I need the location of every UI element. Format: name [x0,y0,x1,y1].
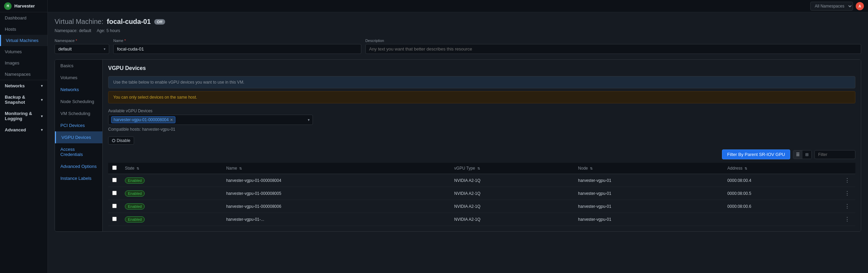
sort-icon: ⇅ [239,167,242,170]
left-nav-item-access-credentials[interactable]: Access Credentials [55,143,102,160]
left-nav-item-networks[interactable]: Networks [55,84,102,96]
actions-column-header [839,163,855,174]
page-title-prefix: Virtual Machine: [55,18,103,26]
name-label: Name * [113,39,361,43]
page-title-name: focal-cuda-01 [107,18,151,26]
namespace-label: Namespace * [55,39,109,43]
row-actions: ⋮ [839,174,855,187]
page-meta: Namespace: default Age: 5 hours [55,28,861,33]
row-vgpu-type: NVIDIA A2-1Q [450,187,574,200]
description-field: Description [365,39,861,54]
state-column-header[interactable]: State ⇅ [121,163,222,174]
row-state: Enabled [121,213,222,226]
row-state: Enabled [121,174,222,187]
sidebar-item-volumes[interactable]: Volumes [0,46,47,57]
vgpu-device-dropdown[interactable]: harvester-vgpu-01-000008004 ✕ ▾ [108,115,313,125]
dropdown-arrow-icon: ▾ [308,118,310,122]
sidebar-item-namespaces[interactable]: Namespaces [0,69,47,80]
table-row: Enabled harvester-vgpu-01-... NVIDIA A2-… [108,213,855,226]
name-column-header[interactable]: Name ⇅ [222,163,450,174]
select-all-checkbox[interactable] [112,166,117,170]
app-name: Harvester [14,3,35,9]
row-state: Enabled [121,187,222,200]
row-checkbox[interactable] [112,191,117,195]
sidebar-item-backup-snapshot[interactable]: Backup & Snapshot ▾ [0,91,47,108]
chevron-down-icon: ▾ [41,128,43,132]
left-nav-item-vm-scheduling[interactable]: VM Scheduling [55,107,102,119]
namespace-input[interactable]: default ▾ [55,44,109,54]
name-field: Name * [113,39,361,54]
left-nav-item-node-scheduling[interactable]: Node Scheduling [55,96,102,107]
sidebar-item-hosts[interactable]: Hosts [0,24,47,35]
row-checkbox-cell [108,200,121,213]
left-nav-item-volumes[interactable]: Volumes [55,72,102,84]
dropdown-icon: ▾ [104,47,105,51]
chevron-down-icon: ▾ [41,98,43,102]
row-menu-button[interactable]: ⋮ [843,216,851,223]
row-vgpu-type: NVIDIA A2-1Q [450,200,574,213]
status-badge: Off [154,19,165,25]
description-input[interactable] [365,44,861,54]
chevron-down-icon: ▾ [41,84,43,88]
row-node: harvester-vgpu-01 [574,213,723,226]
left-nav-item-pci-devices[interactable]: PCI Devices [55,119,102,131]
logo-icon: H [4,2,12,10]
sidebar-item-virtual-machines[interactable]: Virtual Machines [0,35,47,46]
row-name: harvester-vgpu-01-000008005 [222,187,450,200]
left-nav: Basics Volumes Networks Node Scheduling … [55,60,103,231]
meta-age: Age: 5 hours [97,28,120,33]
table-toolbar: Filter By Parent SR-IOV GPU ☰ ⊞ [108,149,855,159]
address-column-header[interactable]: Address ⇅ [723,163,839,174]
name-input[interactable] [113,44,361,54]
row-checkbox-cell [108,213,121,226]
left-nav-item-advanced-options[interactable]: Advanced Options [55,160,102,172]
main-content: Virtual Machine: focal-cuda-01 Off Names… [48,12,868,273]
namespace-selector[interactable]: All Namespaces [810,2,853,11]
sidebar-item-advanced[interactable]: Advanced ▾ [0,124,47,135]
sidebar-item-images[interactable]: Images [0,57,47,69]
filter-input[interactable] [814,150,855,159]
left-nav-item-vgpu-devices[interactable]: VGPU Devices [55,131,102,143]
compatible-hosts: Compatible hosts: harvester-vgpu-01 [108,127,855,132]
list-view-button[interactable]: ☰ [793,150,802,159]
row-menu-button[interactable]: ⋮ [843,177,851,184]
row-checkbox[interactable] [112,204,117,208]
left-nav-item-basics[interactable]: Basics [55,60,102,72]
meta-namespace: Namespace: default [55,28,91,33]
select-all-header [108,163,121,174]
row-menu-button[interactable]: ⋮ [843,203,851,210]
sort-icon: ⇅ [136,167,139,170]
row-name: harvester-vgpu-01-... [222,213,450,226]
row-name: harvester-vgpu-01-000008006 [222,200,450,213]
remove-tag-button[interactable]: ✕ [170,118,173,122]
devices-table: State ⇅ Name ⇅ [108,163,855,226]
row-node: harvester-vgpu-01 [574,174,723,187]
sidebar-item-monitoring-logging[interactable]: Monitoring & Logging ▾ [0,108,47,124]
row-menu-button[interactable]: ⋮ [843,190,851,197]
user-avatar[interactable]: A [856,2,864,10]
circle-icon [112,139,115,142]
node-column-header[interactable]: Node ⇅ [574,163,723,174]
row-state: Enabled [121,200,222,213]
sidebar-item-networks[interactable]: Networks ▾ [0,80,47,91]
sidebar-section-networks: Networks ▾ Backup & Snapshot ▾ Monitorin… [0,80,47,135]
disable-button[interactable]: Disable [108,136,134,145]
row-actions: ⋮ [839,200,855,213]
grid-view-button[interactable]: ⊞ [802,150,811,159]
row-node: harvester-vgpu-01 [574,200,723,213]
view-toggle: ☰ ⊞ [793,150,812,159]
row-checkbox[interactable] [112,217,117,221]
selected-device-tag: harvester-vgpu-01-000008004 ✕ [111,116,175,123]
filter-by-parent-button[interactable]: Filter By Parent SR-IOV GPU [722,149,790,159]
namespace-field: Namespace * default ▾ [55,39,109,54]
row-vgpu-type: NVIDIA A2-1Q [450,174,574,187]
row-checkbox[interactable] [112,178,117,182]
right-panel: VGPU Devices Use the table below to enab… [103,60,861,231]
vgpu-type-column-header[interactable]: vGPU Type ⇅ [450,163,574,174]
content-layout: Basics Volumes Networks Node Scheduling … [55,59,861,232]
row-address: 0000:08:00.4 [723,174,839,187]
left-nav-item-instance-labels[interactable]: Instance Labels [55,172,102,184]
description-label: Description [365,39,861,43]
sidebar-item-dashboard[interactable]: Dashboard [0,12,47,24]
row-node: harvester-vgpu-01 [574,187,723,200]
